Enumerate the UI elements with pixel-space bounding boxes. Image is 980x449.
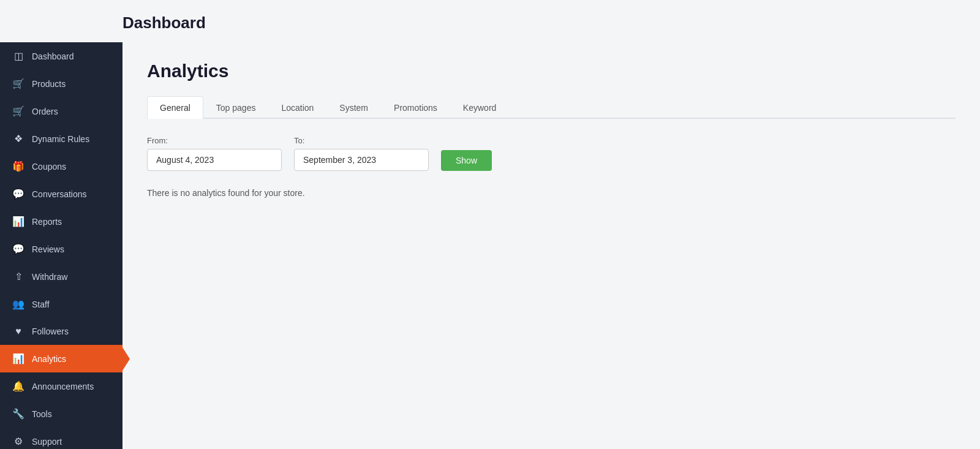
sidebar-item-coupons[interactable]: 🎁 Coupons — [0, 153, 123, 180]
main-content: Analytics General Top pages Location Sys… — [123, 42, 980, 449]
sidebar-label-products: Products — [32, 79, 66, 89]
announcements-icon: 🔔 — [12, 380, 24, 392]
sidebar-item-products[interactable]: 🛒 Products — [0, 70, 123, 97]
tab-keyword[interactable]: Keyword — [450, 96, 509, 119]
sidebar-label-followers: Followers — [32, 326, 69, 336]
dynamic-rules-icon: ❖ — [12, 133, 24, 145]
sidebar-label-support: Support — [32, 437, 62, 447]
analytics-tabs: General Top pages Location System Promot… — [147, 96, 956, 119]
sidebar-label-tools: Tools — [32, 409, 52, 419]
sidebar-label-withdraw: Withdraw — [32, 272, 67, 282]
from-label: From: — [147, 136, 282, 145]
from-date-input[interactable] — [147, 149, 282, 171]
staff-icon: 👥 — [12, 298, 24, 310]
sidebar-item-analytics[interactable]: 📊 Analytics — [0, 345, 123, 372]
sidebar-label-announcements: Announcements — [32, 382, 94, 391]
sidebar-label-reviews: Reviews — [32, 244, 64, 254]
reports-icon: 📊 — [12, 216, 24, 227]
sidebar-item-dashboard[interactable]: ◫ Dashboard — [0, 42, 123, 70]
sidebar-label-dashboard: Dashboard — [32, 51, 74, 61]
orders-icon: 🛒 — [12, 105, 24, 117]
page-title: Dashboard — [0, 0, 980, 42]
products-icon: 🛒 — [12, 78, 24, 89]
sidebar-item-reports[interactable]: 📊 Reports — [0, 208, 123, 235]
sidebar-label-dynamic-rules: Dynamic Rules — [32, 134, 89, 144]
withdraw-icon: ⇧ — [12, 271, 24, 282]
analytics-title: Analytics — [147, 61, 956, 81]
sidebar-item-withdraw[interactable]: ⇧ Withdraw — [0, 263, 123, 290]
support-icon: ⚙ — [12, 436, 24, 447]
sidebar-item-reviews[interactable]: 💬 Reviews — [0, 235, 123, 263]
sidebar-item-staff[interactable]: 👥 Staff — [0, 290, 123, 318]
followers-icon: ♥ — [12, 326, 24, 337]
sidebar-label-reports: Reports — [32, 217, 62, 227]
sidebar-item-followers[interactable]: ♥ Followers — [0, 318, 123, 345]
analytics-icon: 📊 — [12, 353, 24, 364]
sidebar-label-conversations: Conversations — [32, 189, 87, 199]
tab-system[interactable]: System — [326, 96, 381, 119]
sidebar: ◫ Dashboard 🛒 Products 🛒 Orders ❖ Dynami… — [0, 42, 123, 449]
reviews-icon: 💬 — [12, 243, 24, 255]
from-date-group: From: — [147, 136, 282, 171]
to-date-input[interactable] — [294, 149, 429, 171]
tab-top-pages[interactable]: Top pages — [203, 96, 269, 119]
sidebar-label-coupons: Coupons — [32, 162, 66, 172]
no-data-message: There is no analytics found for your sto… — [147, 188, 956, 198]
coupons-icon: 🎁 — [12, 160, 24, 172]
tab-general[interactable]: General — [147, 96, 203, 119]
sidebar-label-staff: Staff — [32, 300, 50, 309]
show-button[interactable]: Show — [441, 150, 492, 171]
sidebar-label-analytics: Analytics — [32, 354, 66, 364]
conversations-icon: 💬 — [12, 188, 24, 200]
sidebar-label-orders: Orders — [32, 107, 58, 116]
tools-icon: 🔧 — [12, 408, 24, 420]
sidebar-item-conversations[interactable]: 💬 Conversations — [0, 180, 123, 208]
sidebar-item-orders[interactable]: 🛒 Orders — [0, 97, 123, 125]
dashboard-icon: ◫ — [12, 50, 24, 62]
sidebar-item-dynamic-rules[interactable]: ❖ Dynamic Rules — [0, 125, 123, 153]
tab-promotions[interactable]: Promotions — [381, 96, 450, 119]
sidebar-item-announcements[interactable]: 🔔 Announcements — [0, 372, 123, 400]
tab-location[interactable]: Location — [268, 96, 326, 119]
date-filter-form: From: To: Show — [147, 136, 956, 171]
sidebar-item-tools[interactable]: 🔧 Tools — [0, 400, 123, 428]
to-date-group: To: — [294, 136, 429, 171]
sidebar-item-support[interactable]: ⚙ Support — [0, 428, 123, 449]
to-label: To: — [294, 136, 429, 145]
